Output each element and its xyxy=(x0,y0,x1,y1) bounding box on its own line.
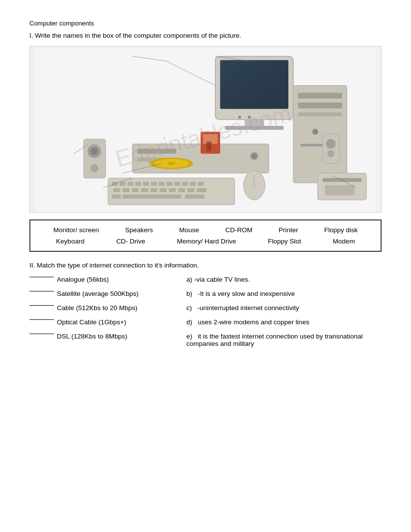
svg-point-53 xyxy=(90,147,98,155)
svg-rect-3 xyxy=(220,60,288,109)
svg-rect-37 xyxy=(132,188,139,192)
svg-rect-29 xyxy=(159,182,165,186)
svg-rect-31 xyxy=(174,182,180,186)
svg-rect-11 xyxy=(298,112,342,116)
svg-rect-9 xyxy=(298,93,342,98)
image-area: Edprintables.com xyxy=(29,46,382,213)
match-left-2: Cable (512Kbs to 20 Mbps) xyxy=(29,304,186,312)
svg-point-57 xyxy=(328,150,334,157)
answer-text-3: uses 2-wire modems and copper lines xyxy=(198,318,309,326)
match-right-0: a) -via cable TV lines. xyxy=(186,276,382,283)
match-row-3: Optical Cable (1Gbps+) d) uses 2-wire mo… xyxy=(29,318,382,326)
svg-rect-25 xyxy=(128,182,133,186)
component-monitor: Monitor/ screen xyxy=(53,226,99,234)
svg-rect-46 xyxy=(112,194,121,198)
svg-rect-24 xyxy=(120,182,126,186)
answer-text-1: -It is a very slow and inexpensive xyxy=(198,290,295,297)
component-mouse: Mouse xyxy=(179,226,199,234)
svg-rect-26 xyxy=(135,182,141,186)
svg-rect-59 xyxy=(323,178,362,182)
svg-rect-36 xyxy=(123,188,129,192)
svg-rect-60 xyxy=(325,185,355,195)
blank-2 xyxy=(29,305,54,306)
answer-text-0: -via cable TV lines. xyxy=(194,276,250,283)
match-left-1: Satellite (average 500Kbps) xyxy=(29,290,186,297)
svg-point-21 xyxy=(167,162,175,165)
instruction: I. Write the names in the box of the com… xyxy=(29,32,382,39)
svg-rect-55 xyxy=(323,134,340,164)
component-speakers: Speakers xyxy=(125,226,153,234)
match-right-1: b) -It is a very slow and inexpensive xyxy=(186,290,382,297)
svg-rect-30 xyxy=(166,182,172,186)
svg-rect-34 xyxy=(198,182,204,186)
answer-letter-2: c) xyxy=(186,304,192,312)
svg-rect-27 xyxy=(143,182,149,186)
component-memory: Memory/ Hard Drive xyxy=(177,238,236,245)
svg-rect-44 xyxy=(197,188,206,192)
svg-rect-8 xyxy=(293,86,347,183)
match-label-0: Analogue (56kbs) xyxy=(57,276,109,283)
svg-rect-47 xyxy=(185,194,205,198)
match-left-3: Optical Cable (1Gbps+) xyxy=(29,318,186,326)
match-row-1: Satellite (average 500Kbps) b) -It is a … xyxy=(29,290,382,297)
component-cd-drive: CD- Drive xyxy=(116,238,145,245)
components-box: Monitor/ screen Speakers Mouse CD-ROM Pr… xyxy=(29,219,382,252)
match-label-1: Satellite (average 500Kbps) xyxy=(57,290,139,297)
component-cdrom: CD-ROM xyxy=(225,226,253,234)
component-keyboard: Keyboard xyxy=(56,238,84,245)
svg-rect-10 xyxy=(298,102,342,108)
match-label-3: Optical Cable (1Gbps+) xyxy=(57,318,126,326)
svg-point-12 xyxy=(312,129,318,135)
match-left-4: DSL (128Kbs to 8Mbps) xyxy=(29,333,186,340)
components-row-1: Monitor/ screen Speakers Mouse CD-ROM Pr… xyxy=(40,226,371,234)
match-right-4: e) it is the fastest internet connection… xyxy=(186,333,382,347)
section-ii-title: II. Match the type of internet connectio… xyxy=(29,262,382,269)
match-right-2: c) -uninterrupted internet connectivity xyxy=(186,304,382,312)
svg-rect-32 xyxy=(182,182,188,186)
match-right-3: d) uses 2-wire modems and copper lines xyxy=(186,318,382,326)
svg-rect-41 xyxy=(169,188,176,192)
answer-letter-3: d) xyxy=(186,318,192,326)
answer-letter-0: a) xyxy=(186,276,192,283)
page-title: Computer components xyxy=(29,20,382,27)
component-modem: Modem xyxy=(333,238,355,245)
match-row-4: DSL (128Kbs to 8Mbps) e) it is the faste… xyxy=(29,333,382,347)
answer-letter-4: e) xyxy=(186,333,192,340)
svg-point-56 xyxy=(326,139,336,149)
match-label-2: Cable (512Kbs to 20 Mbps) xyxy=(57,304,137,312)
svg-rect-43 xyxy=(187,188,194,192)
svg-rect-28 xyxy=(151,182,157,186)
svg-rect-35 xyxy=(113,188,120,192)
blank-3 xyxy=(29,319,54,320)
match-label-4: DSL (128Kbs to 8Mbps) xyxy=(57,333,128,340)
svg-rect-38 xyxy=(141,188,148,192)
component-floppy-slot: Floppy Slot xyxy=(268,238,301,245)
answer-letter-1: b) xyxy=(186,290,192,297)
components-row-2: Keyboard CD- Drive Memory/ Hard Drive Fl… xyxy=(40,238,371,245)
component-printer: Printer xyxy=(279,226,298,234)
blank-0 xyxy=(29,277,54,277)
svg-rect-45 xyxy=(123,194,181,198)
match-row-2: Cable (512Kbs to 20 Mbps) c) -uninterrup… xyxy=(29,304,382,312)
svg-rect-40 xyxy=(160,188,167,192)
blank-4 xyxy=(29,334,54,334)
answer-text-4: it is the fastest internet connection us… xyxy=(186,333,362,347)
svg-rect-39 xyxy=(151,188,157,192)
svg-rect-33 xyxy=(190,182,196,186)
match-row-0: Analogue (56kbs) a) -via cable TV lines. xyxy=(29,276,382,283)
answer-text-2: -uninterrupted internet connectivity xyxy=(198,304,299,312)
match-left-0: Analogue (56kbs) xyxy=(29,276,186,283)
svg-point-18 xyxy=(252,154,257,159)
component-floppy-disk: Floppy disk xyxy=(324,226,358,234)
section-ii: II. Match the type of internet connectio… xyxy=(29,262,382,347)
svg-point-54 xyxy=(90,165,98,172)
svg-rect-42 xyxy=(178,188,185,192)
blank-1 xyxy=(29,291,54,291)
